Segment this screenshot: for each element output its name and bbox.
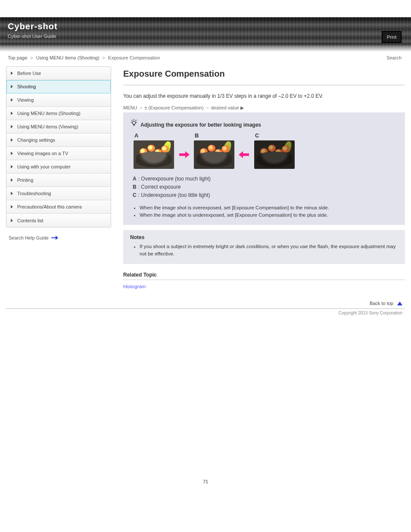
hint-bullet: When the image shot is underexposed, set… xyxy=(140,212,398,219)
notes-box: Notes If you shoot a subject in extremel… xyxy=(123,230,405,264)
chevron-right-icon xyxy=(11,98,13,102)
sidebar-item-label: Contents list xyxy=(17,218,107,223)
sidebar-item-menu-shooting[interactable]: Using MENU items (Shooting) xyxy=(6,107,111,120)
thumb-underexposed xyxy=(254,140,295,169)
brand-title: Cyber-shot xyxy=(8,22,58,31)
chevron-right-icon xyxy=(11,165,13,168)
breadcrumb-sep: > xyxy=(30,55,33,60)
arrow-right-icon xyxy=(51,236,58,240)
hint-icon xyxy=(130,118,138,126)
main-content: Exposure Compensation You can adjust the… xyxy=(111,66,411,306)
notes-title: Notes xyxy=(130,234,398,240)
page-number: 71 xyxy=(0,479,411,493)
chevron-right-icon xyxy=(11,72,13,75)
sidebar-item-label: Before Use xyxy=(17,71,107,76)
header-band: Cyber-shot Cyber-shot User Guide Print xyxy=(0,17,411,52)
key-a-text: : Overexposure (too much light) xyxy=(138,176,211,182)
sidebar: Before Use Shooting Viewing Using MENU i… xyxy=(6,66,111,306)
chevron-right-icon xyxy=(11,178,13,182)
chevron-right-icon xyxy=(11,85,13,88)
chevron-right-icon xyxy=(11,112,13,115)
back-to-top-label: Back to top xyxy=(370,301,393,306)
hint-title: Adjusting the exposure for better lookin… xyxy=(140,122,398,128)
triangle-up-icon xyxy=(397,302,402,305)
sidebar-item-label: Printing xyxy=(17,177,107,183)
sidebar-item-label: Viewing xyxy=(17,97,107,103)
arrow-right-icon xyxy=(178,150,190,159)
copyright: Copyright 2013 Sony Corporation xyxy=(0,309,411,315)
sidebar-item-tv[interactable]: Viewing images on a TV xyxy=(6,147,111,160)
key-c: C xyxy=(133,192,137,198)
breadcrumb-section[interactable]: Using MENU items (Shooting) xyxy=(36,55,100,60)
chevron-right-icon xyxy=(11,152,13,155)
page-title: Exposure Compensation xyxy=(123,69,405,79)
sidebar-item-before-use[interactable]: Before Use xyxy=(6,67,111,80)
exposure-examples: A B xyxy=(134,132,398,169)
sidebar-item-contents-list[interactable]: Contents list xyxy=(6,214,111,227)
search-help-link[interactable]: Search Help Guide xyxy=(6,235,111,240)
chevron-right-icon xyxy=(11,219,13,222)
sidebar-item-computer[interactable]: Using with your computer xyxy=(6,160,111,174)
legend-key: A: Overexposure (too much light) B: Corr… xyxy=(133,175,398,200)
breadcrumb-sep: > xyxy=(103,55,105,60)
chevron-right-icon xyxy=(11,138,13,142)
sidebar-item-viewing[interactable]: Viewing xyxy=(6,93,111,107)
intro-text: You can adjust the exposure manually in … xyxy=(123,92,405,100)
brand-subtitle: Cyber-shot User Guide xyxy=(8,34,56,39)
sidebar-item-menu-viewing[interactable]: Using MENU items (Viewing) xyxy=(6,120,111,134)
key-a: A xyxy=(133,176,137,182)
label-b: B xyxy=(195,132,199,139)
sidebar-item-label: Using MENU items (Shooting) xyxy=(17,111,107,116)
breadcrumb-current: Exposure Compensation xyxy=(108,55,160,60)
sidebar-item-label: Shooting xyxy=(17,84,107,89)
chevron-right-icon xyxy=(11,192,13,195)
notes-item: If you shoot a subject in extremely brig… xyxy=(140,243,398,258)
print-button[interactable]: Print xyxy=(382,31,402,43)
hint-bullet: When the image shot is overexposed, set … xyxy=(140,204,398,212)
divider xyxy=(123,280,405,280)
thumb-correct xyxy=(194,140,234,169)
related-link-histogram[interactable]: Histogram xyxy=(123,284,146,289)
sidebar-item-precautions[interactable]: Precautions/About this camera xyxy=(6,200,111,214)
related-section: Related Topic Histogram xyxy=(123,272,405,289)
sidebar-item-changing-settings[interactable]: Changing settings xyxy=(6,134,111,147)
sidebar-nav: Before Use Shooting Viewing Using MENU i… xyxy=(6,66,111,227)
example-b: B xyxy=(194,132,234,169)
breadcrumb-top[interactable]: Top page xyxy=(8,55,27,60)
related-title: Related Topic xyxy=(123,272,405,278)
sidebar-item-label: Using MENU items (Viewing) xyxy=(17,124,107,129)
chevron-right-icon xyxy=(11,125,13,128)
sidebar-item-printing[interactable]: Printing xyxy=(6,174,111,187)
header-texture xyxy=(0,17,411,52)
hint-box: Adjusting the exposure for better lookin… xyxy=(123,112,405,225)
example-c: C xyxy=(254,132,295,169)
key-b-text: : Correct exposure xyxy=(138,184,181,190)
sidebar-item-label: Using with your computer xyxy=(17,164,107,169)
key-b: B xyxy=(133,184,137,190)
key-c-text: : Underexposure (too little light) xyxy=(138,192,210,198)
sidebar-item-shooting[interactable]: Shooting xyxy=(6,80,111,93)
sidebar-item-label: Viewing images on a TV xyxy=(17,151,107,156)
chevron-right-icon xyxy=(11,205,13,208)
menu-path: MENU → ± (Exposure Compensation) → desir… xyxy=(123,105,405,111)
sidebar-item-troubleshooting[interactable]: Troubleshooting xyxy=(6,187,111,200)
search-help-label: Search Help Guide xyxy=(9,235,49,240)
sidebar-item-label: Troubleshooting xyxy=(17,191,107,196)
example-a: A xyxy=(134,132,174,169)
hint-bullets: When the image shot is overexposed, set … xyxy=(130,204,398,219)
breadcrumb-bar: Top page > Using MENU items (Shooting) >… xyxy=(0,52,411,63)
back-to-top[interactable]: Back to top xyxy=(123,301,405,306)
sidebar-item-label: Precautions/About this camera xyxy=(17,204,107,209)
sidebar-item-label: Changing settings xyxy=(17,137,107,143)
arrow-left-icon xyxy=(239,150,250,159)
label-c: C xyxy=(255,132,259,139)
search-link[interactable]: Search xyxy=(386,55,402,60)
divider xyxy=(123,85,405,85)
svg-point-0 xyxy=(132,121,136,124)
thumb-overexposed xyxy=(134,140,174,169)
label-a: A xyxy=(134,132,138,139)
